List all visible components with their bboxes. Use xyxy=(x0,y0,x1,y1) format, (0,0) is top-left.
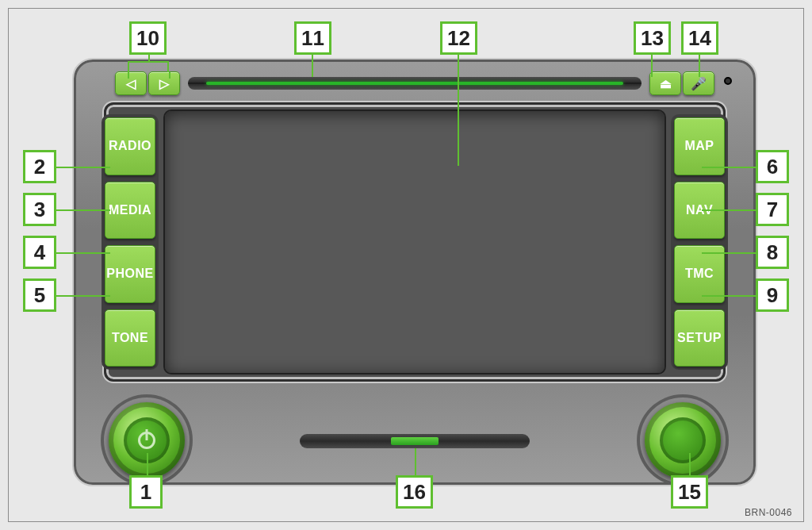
lead-7 xyxy=(702,209,756,211)
callout-13: 13 xyxy=(634,21,671,55)
infotainment-unit: ◁ ▷ ⏏ 🎤 RADIO MEDIA PHONE TONE MA xyxy=(72,58,757,486)
callout-1: 1 xyxy=(129,475,163,509)
callout-16: 16 xyxy=(396,475,433,509)
lead-10c xyxy=(169,72,170,79)
tmc-label: TMC xyxy=(685,267,714,281)
rotary-knob-center[interactable] xyxy=(660,417,706,463)
lead-8 xyxy=(702,252,756,254)
lead-6 xyxy=(702,167,756,168)
prev-button[interactable]: ◁ xyxy=(115,71,147,95)
callout-3: 3 xyxy=(23,193,56,226)
diagram-frame: ◁ ▷ ⏏ 🎤 RADIO MEDIA PHONE TONE MA xyxy=(8,8,804,522)
radio-label: RADIO xyxy=(109,139,151,153)
media-button[interactable]: MEDIA xyxy=(105,182,155,240)
callout-7: 7 xyxy=(756,193,789,226)
card-slot[interactable] xyxy=(300,434,530,448)
tone-label: TONE xyxy=(112,331,148,345)
eject-button[interactable]: ⏏ xyxy=(649,71,681,95)
callout-2: 2 xyxy=(23,150,56,183)
next-button[interactable]: ▷ xyxy=(148,71,180,95)
lead-10b xyxy=(128,72,129,79)
setup-button[interactable]: SETUP xyxy=(674,309,725,367)
right-button-column: MAP NAV TMC SETUP xyxy=(671,114,728,370)
callout-4: 4 xyxy=(23,236,56,269)
setup-label: SETUP xyxy=(677,331,722,345)
callout-14: 14 xyxy=(681,21,718,55)
triangle-right-icon: ▷ xyxy=(159,76,169,91)
callout-10: 10 xyxy=(129,21,167,55)
lead-10a xyxy=(148,55,150,61)
lead-4 xyxy=(56,252,110,254)
touchscreen[interactable] xyxy=(163,109,666,374)
rotary-knob[interactable] xyxy=(645,402,721,478)
lead-3 xyxy=(56,209,110,211)
tone-button[interactable]: TONE xyxy=(105,309,155,367)
cd-slot[interactable] xyxy=(188,77,642,90)
left-button-column: RADIO MEDIA PHONE TONE xyxy=(102,114,159,370)
radio-button[interactable]: RADIO xyxy=(105,117,155,175)
media-label: MEDIA xyxy=(109,203,151,217)
bezel: RADIO MEDIA PHONE TONE MAP NAV TMC SETUP xyxy=(104,102,726,382)
top-strip: ◁ ▷ ⏏ 🎤 xyxy=(115,67,714,99)
map-label: MAP xyxy=(684,139,714,153)
lead-15 xyxy=(689,453,691,475)
phone-label: PHONE xyxy=(106,267,153,281)
lead-14 xyxy=(699,55,700,77)
card-slot-indicator xyxy=(391,437,439,445)
status-led xyxy=(724,77,732,85)
lead-13 xyxy=(651,55,653,77)
callout-15: 15 xyxy=(671,475,708,509)
lead-1 xyxy=(147,453,148,475)
mic-icon: 🎤 xyxy=(691,76,707,91)
callout-11: 11 xyxy=(294,21,331,55)
phone-button[interactable]: PHONE xyxy=(105,245,155,303)
lead-2 xyxy=(56,167,110,168)
callout-9: 9 xyxy=(756,278,789,312)
image-code: BRN-0046 xyxy=(745,507,792,518)
lead-5 xyxy=(56,295,110,297)
bracket-10 xyxy=(128,61,169,72)
callout-5: 5 xyxy=(23,278,56,312)
callout-8: 8 xyxy=(756,236,789,269)
power-icon xyxy=(138,432,155,449)
lead-16 xyxy=(415,448,416,475)
eject-icon: ⏏ xyxy=(660,76,672,91)
lead-11 xyxy=(312,55,313,77)
callout-6: 6 xyxy=(756,150,789,183)
lead-9 xyxy=(702,295,756,297)
callout-12: 12 xyxy=(440,21,477,55)
lead-12 xyxy=(458,55,459,166)
